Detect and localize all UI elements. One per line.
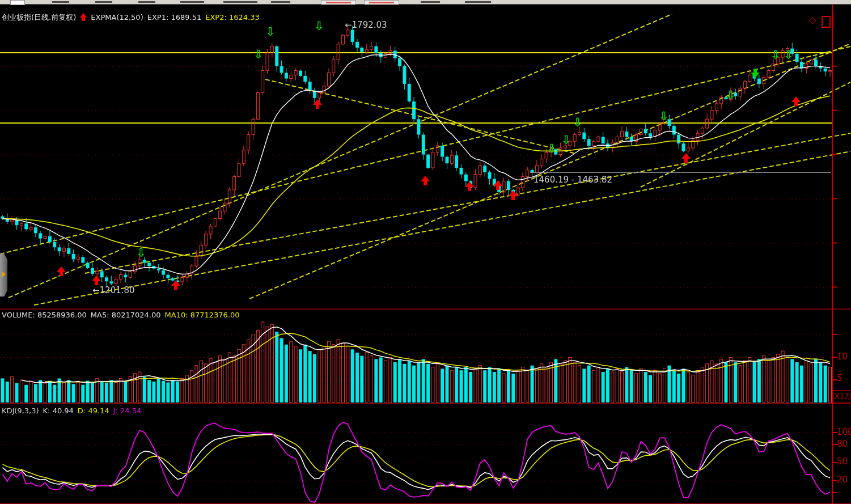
- menu-text-fragment: [138, 1, 155, 3]
- menu-text-fragment: [223, 1, 257, 3]
- menu-bar[interactable]: [0, 0, 851, 5]
- instrument-title: 创业板指(日线.前复权): [2, 13, 76, 22]
- volume-axis-label: 5: [837, 374, 842, 383]
- volume-ma10-value: MA10: 87712376.00: [165, 311, 240, 319]
- kdj-k-value: K: 40.94: [43, 406, 74, 415]
- menu-text-fragment: [180, 1, 204, 3]
- kdj-header: KDJ(9,3,3)K: 40.94D: 49.14J: 24.54: [2, 406, 145, 416]
- volume-axis-label: 10: [837, 352, 848, 361]
- range-annotation: 1460.19 - 1463.82: [534, 175, 612, 184]
- kdj-axis-label: 100: [837, 427, 851, 437]
- menu-text-fragment: [271, 1, 290, 3]
- main-chart-header: 创业板指(日线.前复权)EXPMA(12,50)EXP1: 1689.51EXP…: [2, 12, 264, 22]
- volume-header: VOLUME: 85258936.00MA5: 80217024.00MA10:…: [2, 310, 244, 320]
- expand-arrow-icon: [2, 271, 6, 278]
- window-divider: [832, 12, 833, 28]
- volume-value: VOLUME: 85258936.00: [2, 311, 87, 319]
- exp1-value: EXP1: 1689.51: [147, 13, 202, 22]
- kdj-label[interactable]: KDJ(9,3,3): [2, 406, 39, 415]
- menu-button[interactable]: [321, 0, 356, 5]
- volume-unit-label: X1万: [833, 390, 851, 403]
- indicator-label[interactable]: EXPMA(12,50): [91, 13, 143, 22]
- menu-text-fragment: [421, 1, 440, 3]
- diamond-icon[interactable]: ◇: [809, 15, 816, 26]
- sidebar-expand-handle[interactable]: [0, 253, 7, 297]
- kdj-j-value: J: 24.54: [113, 406, 142, 415]
- low-annotation: ←1201.80: [92, 286, 135, 295]
- peak-annotation: ←1792.03: [345, 20, 387, 29]
- menu-logo-box[interactable]: [10, 0, 25, 5]
- menu-text-fragment: [52, 1, 69, 3]
- kdj-axis-label: 50: [837, 457, 848, 466]
- menu-text-fragment: [465, 1, 491, 3]
- menu-button[interactable]: [364, 0, 399, 5]
- exp2-value: EXP2: 1624.33: [205, 13, 260, 22]
- kdj-axis-label: 80: [837, 439, 848, 448]
- kdj-axis-label: 20: [837, 475, 848, 484]
- tdx-window: ◇ 创业板指(日线.前复权)EXPMA(12,50)EXP1: 1689.51E…: [0, 0, 851, 504]
- up-arrow-icon: [80, 13, 87, 21]
- kdj-d-value: D: 49.14: [78, 406, 109, 415]
- window-icon[interactable]: [822, 16, 831, 28]
- volume-ma5-value: MA5: 80217024.00: [91, 311, 161, 319]
- menu-text-fragment: [95, 1, 112, 3]
- chart-canvas[interactable]: [0, 0, 851, 504]
